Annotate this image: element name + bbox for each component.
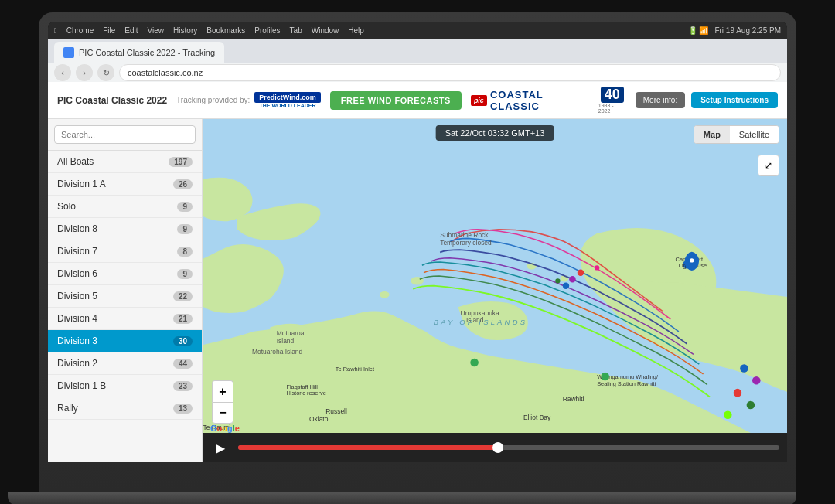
svg-point-14 [747, 401, 755, 410]
svg-text:Elliot Bay: Elliot Bay [523, 414, 551, 421]
sidebar: All Boats197Division 1 A26Solo9Division … [48, 119, 203, 462]
sidebar-item-all-boats[interactable]: All Boats197 [48, 151, 202, 173]
sidebar-item-division-5[interactable]: Division 522 [48, 285, 202, 308]
svg-point-42 [470, 359, 479, 367]
sidebar-item-badge: 13 [173, 404, 193, 414]
chrome-menu[interactable]: Chrome [66, 26, 94, 35]
zoom-out-button[interactable]: − [212, 402, 233, 424]
more-info-button[interactable]: More info: [636, 92, 685, 108]
svg-point-11 [740, 364, 748, 373]
play-button[interactable]: ▶ [210, 438, 230, 458]
sidebar-item-label: Rally [57, 403, 78, 414]
progress-fill [238, 445, 498, 450]
help-menu[interactable]: Help [348, 26, 364, 35]
map-svg: Submarine Rock Temporary closed BAY OF I… [203, 119, 787, 462]
apple-menu[interactable]:  [54, 26, 57, 35]
google-logo: Google [210, 424, 240, 433]
svg-text:Rawhiti: Rawhiti [563, 395, 584, 403]
years-badge: 40 [601, 87, 624, 104]
sidebar-item-label: Division 8 [57, 223, 97, 234]
setup-instructions-button[interactable]: Setup Instructions [691, 92, 778, 108]
zoom-controls: + − [212, 380, 233, 424]
laptop-screen:  Chrome File Edit View History Bookmark… [48, 22, 787, 462]
predictwind-logo-group: PredictWind.com THE WORLD LEADER [254, 92, 320, 108]
sidebar-item-division-1-a[interactable]: Division 1 A26 [48, 173, 202, 196]
svg-point-8 [595, 265, 599, 270]
tab-label: PIC Coastal Classic 2022 - Tracking [79, 48, 215, 57]
svg-text:Urupukapuka: Urupukapuka [461, 309, 499, 317]
tab-menu[interactable]: Tab [290, 26, 302, 35]
predictwind-tagline: THE WORLD LEADER [259, 103, 315, 108]
sidebar-item-division-8[interactable]: Division 89 [48, 218, 202, 240]
sidebar-item-badge: 9 [177, 224, 193, 234]
svg-point-12 [752, 376, 761, 385]
mac-topbar-right: 🔋 📶 Fri 19 Aug 2:25 PM [688, 26, 781, 35]
history-menu[interactable]: History [173, 26, 197, 35]
svg-text:Sealing Station Rawhiti: Sealing Station Rawhiti [597, 380, 656, 387]
fullscreen-button[interactable]: ⤢ [758, 155, 779, 176]
svg-point-6 [569, 276, 575, 282]
svg-text:Russell: Russell [325, 407, 347, 415]
svg-text:Te Rawhiti Inlet: Te Rawhiti Inlet [336, 366, 374, 373]
search-input[interactable] [54, 125, 196, 144]
sidebar-item-badge: 23 [173, 381, 193, 391]
edit-menu[interactable]: Edit [124, 26, 138, 35]
progress-track[interactable] [238, 445, 779, 450]
sidebar-items-container: All Boats197Division 1 A26Solo9Division … [48, 151, 202, 420]
header-right-buttons: More info: Setup Instructions [636, 92, 778, 108]
pic-icon: pic [471, 95, 487, 106]
sidebar-item-division-3[interactable]: Division 330 [48, 330, 202, 352]
profiles-menu[interactable]: Profiles [254, 26, 280, 35]
sidebar-item-solo[interactable]: Solo9 [48, 196, 202, 218]
search-box [48, 119, 202, 151]
tracking-section: Tracking provided by: PredictWind.com TH… [176, 92, 321, 108]
sidebar-item-division-2[interactable]: Division 244 [48, 352, 202, 375]
browser-controls: ‹ › ↻ coastalclassic.co.nz [48, 63, 787, 82]
url-text: coastalclassic.co.nz [128, 68, 203, 77]
sidebar-item-label: Division 6 [57, 268, 97, 279]
sidebar-item-badge: 44 [173, 359, 193, 369]
coastal-classic-label: COASTAL CLASSIC [490, 89, 592, 112]
browser-tabs: PIC Coastal Classic 2022 - Tracking [48, 39, 787, 63]
svg-text:Temporary closed: Temporary closed [440, 239, 492, 247]
free-wind-forecast-button[interactable]: FREE WIND FORECASTS [330, 91, 462, 110]
map-type-controls: Map Satellite [694, 125, 779, 144]
back-button[interactable]: ‹ [54, 64, 71, 81]
pic-logo: pic COASTAL CLASSIC 40 1983 - 2022 [471, 87, 626, 114]
bookmarks-menu[interactable]: Bookmarks [206, 26, 245, 35]
forward-button[interactable]: › [76, 64, 93, 81]
sidebar-item-label: Solo [57, 201, 76, 212]
file-menu[interactable]: File [103, 26, 115, 35]
map-area[interactable]: Submarine Rock Temporary closed BAY OF I… [203, 119, 787, 462]
progress-thumb[interactable] [492, 442, 503, 453]
sidebar-item-badge: 22 [173, 291, 193, 301]
svg-text:Historic reserve: Historic reserve [286, 390, 325, 397]
sidebar-item-badge: 30 [173, 336, 193, 346]
sidebar-item-division-7[interactable]: Division 78 [48, 240, 202, 263]
reload-button[interactable]: ↻ [97, 64, 114, 81]
sidebar-item-division-6[interactable]: Division 69 [48, 263, 202, 285]
window-menu[interactable]: Window [312, 26, 339, 35]
years-group: 40 1983 - 2022 [598, 87, 626, 114]
svg-point-43 [601, 373, 609, 381]
mac-topbar-left:  Chrome File Edit View History Bookmark… [54, 26, 364, 35]
svg-text:Motuaroa: Motuaroa [277, 329, 305, 337]
sidebar-item-rally[interactable]: Rally13 [48, 397, 202, 420]
playback-bar: ▶ [203, 433, 787, 462]
sidebar-item-division-4[interactable]: Division 421 [48, 308, 202, 330]
sidebar-item-label: Division 4 [57, 313, 97, 324]
map-type-map-button[interactable]: Map [694, 126, 730, 143]
sidebar-item-badge: 8 [177, 247, 193, 257]
map-type-satellite-button[interactable]: Satellite [730, 126, 779, 143]
browser-tab[interactable]: PIC Coastal Classic 2022 - Tracking [54, 42, 224, 63]
sidebar-item-division-1-b[interactable]: Division 1 B23 [48, 375, 202, 397]
zoom-in-button[interactable]: + [212, 380, 233, 402]
svg-point-44 [690, 258, 694, 262]
tracking-label: Tracking provided by: [176, 96, 250, 104]
mac-topbar:  Chrome File Edit View History Bookmark… [48, 22, 787, 39]
sidebar-item-badge: 197 [169, 157, 193, 167]
svg-text:Motuaroha Island: Motuaroha Island [252, 348, 303, 356]
sidebar-item-label: Division 1 A [57, 179, 106, 189]
view-menu[interactable]: View [148, 26, 165, 35]
address-bar[interactable]: coastalclassic.co.nz [119, 64, 781, 81]
